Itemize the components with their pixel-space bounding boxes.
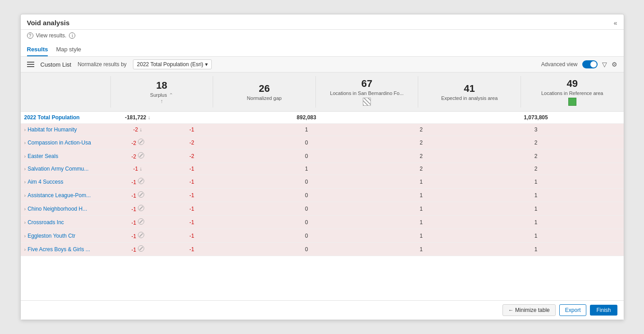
null-icon [138,205,144,211]
row-loc-ref: 1 [448,230,624,242]
row-loc-sb: 0 [219,230,394,242]
down-arrow-icon: ↓ [140,126,142,133]
row-expected: 2 [394,150,448,162]
expand-icon[interactable]: › [24,193,26,198]
row-expected: 1 [394,244,448,255]
table-row: ›Aim 4 Success -1 -1 0 1 1 [21,175,624,189]
row-loc-sb: 0 [219,176,394,188]
row-surplus: -1 [111,243,165,256]
filter-icon[interactable]: ▽ [602,61,607,68]
total-surplus-arrow-icon: ↓ [148,114,151,121]
advanced-view-label: Advanced view [541,61,578,68]
surplus-number: 18 [156,80,167,91]
export-button[interactable]: Export [559,304,587,316]
green-box-icon [568,98,576,106]
row-loc-sb: 0 [219,150,394,162]
row-name[interactable]: ›Habitat for Humanity [21,124,111,135]
list-icon[interactable] [27,62,34,67]
row-name[interactable]: ›Crossroads Inc [21,217,111,228]
normalize-value: 2022 Total Population (Esri) [137,61,203,68]
surplus-label: Surplus ⌃ [150,92,173,98]
expand-icon[interactable]: › [24,140,26,145]
row-expected: 1 [394,217,448,228]
table-row: ›Crossroads Inc -1 -1 0 1 1 [21,216,624,229]
row-loc-sb: 1 [219,163,394,175]
row-surplus: -2 [111,136,165,149]
row-expected: 1 [394,176,448,188]
collapse-button[interactable]: « [614,19,617,27]
expected-number: 41 [464,83,475,95]
view-results-info-icon[interactable]: ? [27,32,33,39]
custom-list-label: Custom List [41,61,72,68]
row-loc-sb: 0 [219,217,394,228]
total-row-norm-gap [165,115,219,120]
row-loc-sb: 1 [219,124,394,135]
expand-icon[interactable]: › [24,247,26,252]
panel-title: Void analysis [27,19,70,27]
table-row: ›Eggleston Youth Ctr -1 -1 0 1 1 [21,229,624,243]
surplus-sort-icon[interactable]: ⌃ [169,92,173,98]
expand-icon[interactable]: › [24,179,26,185]
row-expected: 2 [394,124,448,135]
summary-locations-sb-cell: 67 Locations in San Bernardino Fo... [316,76,419,108]
row-name[interactable]: ›Easter Seals [21,150,111,162]
gear-icon[interactable]: ⚙ [612,61,617,68]
row-name[interactable]: ›Assistance League-Pom... [21,190,111,201]
total-row-expected [394,115,448,120]
row-expected: 1 [394,190,448,201]
row-loc-sb: 0 [219,137,394,149]
minimize-table-button[interactable]: ← Minimize table [502,304,556,316]
normalize-select[interactable]: 2022 Total Population (Esri) ▾ [133,59,212,69]
info-icon[interactable]: i [69,32,75,39]
row-norm-gap: -1 [165,217,219,228]
chevron-down-icon: ▾ [205,61,208,68]
row-surplus: -1 ↓ [111,163,165,175]
expand-icon[interactable]: › [24,206,26,212]
view-results-label: View results. [36,32,67,39]
hatch-pattern-icon [363,98,371,106]
expand-icon[interactable]: › [24,220,26,225]
table-row: ›Compassion in Action-Usa -2 -2 0 2 2 [21,136,624,149]
row-name[interactable]: ›Eggleston Youth Ctr [21,230,111,242]
tab-results[interactable]: Results [27,44,48,56]
row-name[interactable]: ›Salvation Army Commu... [21,163,111,175]
panel-header: Void analysis « [21,14,624,30]
row-surplus: -2 ↓ [111,124,165,135]
total-row-locations-sb: 892,083 [219,112,394,123]
row-norm-gap: -1 [165,163,219,175]
row-norm-gap: -1 [165,203,219,215]
table-row: ›Habitat for Humanity -2 ↓ -1 1 2 3 [21,124,624,136]
table-body: 2022 Total Population -181,722 ↓ 892,083… [21,112,624,256]
locations-sb-label: Locations in San Bernardino Fo... [330,90,403,96]
expand-icon[interactable]: › [24,233,26,239]
row-expected: 2 [394,137,448,149]
row-expected: 1 [394,230,448,242]
tabs-row: Results Map style [21,41,624,57]
row-name[interactable]: ›Aim 4 Success [21,176,111,188]
row-loc-ref: 1 [448,244,624,255]
row-norm-gap: -1 [165,244,219,255]
total-row-locations-ref: 1,073,805 [448,112,624,123]
expand-icon[interactable]: › [24,127,26,132]
null-icon [138,191,144,198]
row-loc-sb: 0 [219,190,394,201]
row-loc-sb: 0 [219,203,394,215]
locations-ref-label: Locations in Reference area [541,90,603,96]
row-loc-ref: 1 [448,190,624,201]
locations-sb-number: 67 [361,78,372,90]
row-name[interactable]: ›Chino Neighborhood H... [21,203,111,215]
advanced-view-toggle[interactable] [582,60,598,68]
expand-icon[interactable]: › [24,153,26,159]
row-name[interactable]: ›Compassion in Action-Usa [21,137,111,149]
summary-normalized-gap-cell: 26 Normalized gap [213,76,316,108]
tab-map-style[interactable]: Map style [56,44,81,56]
total-row: 2022 Total Population -181,722 ↓ 892,083… [21,112,624,124]
null-icon [138,245,144,252]
locations-ref-number: 49 [566,78,577,90]
null-icon [138,139,144,145]
finish-button[interactable]: Finish [590,305,617,316]
expand-icon[interactable]: › [24,166,26,172]
toolbar-row: Custom List Normalize results by 2022 To… [21,57,624,72]
row-surplus: -1 [111,202,165,215]
row-name[interactable]: ›Five Acres Boys & Girls ... [21,244,111,255]
